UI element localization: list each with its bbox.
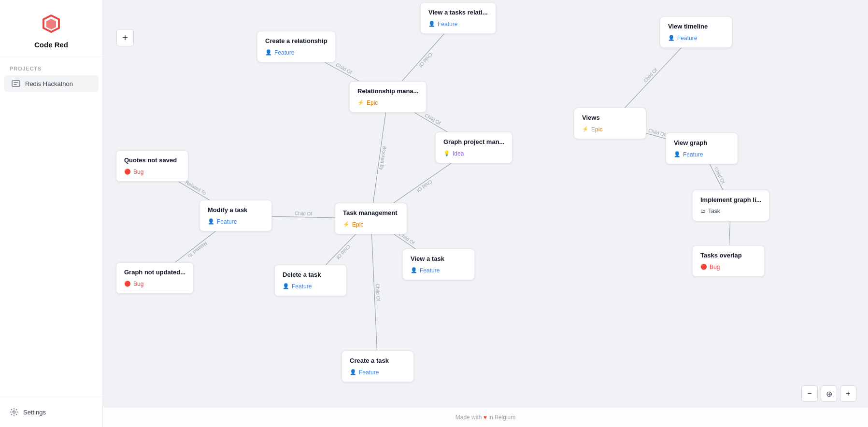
zoom-in-button[interactable]: + <box>840 385 856 402</box>
node-relationship-mana[interactable]: Relationship mana... ⚡ Epic <box>349 81 427 113</box>
edge-label-views-view-timeline: Child Of <box>642 67 658 84</box>
node-badge-tasks-overlap: 🔴 Bug <box>700 264 720 270</box>
node-quotes-not-saved[interactable]: Quotes not saved 🔴 Bug <box>116 150 188 182</box>
node-title-implement-graph: Implement graph li... <box>700 196 761 203</box>
node-badge-graph-project-man: 💡 Idea <box>443 150 464 157</box>
node-title-view-tasks-rel: View a tasks relati... <box>428 9 488 16</box>
node-badge-delete-task: 👤 Feature <box>283 283 312 290</box>
projects-section: PROJECTS Redis Hackathon <box>0 57 102 93</box>
edge-label-relationship-mana-task-management: Blocked By <box>379 146 387 171</box>
node-delete-task[interactable]: Delete a task 👤 Feature <box>274 265 347 296</box>
globe-icon: ⊕ <box>826 389 832 399</box>
svg-rect-4 <box>12 81 20 86</box>
edge-label-view-graph-implement-graph: Child Of <box>713 167 726 185</box>
node-view-tasks-rel[interactable]: View a tasks relati... 👤 Feature <box>420 2 496 34</box>
node-badge-view-task: 👤 Feature <box>411 267 440 274</box>
edge-label-quotes-not-saved-modify-task: Related To <box>185 180 207 196</box>
node-badge-modify-task: 👤 Feature <box>208 218 237 225</box>
edge-label-create-relationship-relationship-mana: Child Of <box>335 62 353 75</box>
node-views[interactable]: Views ⚡ Epic <box>574 108 646 139</box>
edge-label-graph-project-man-task-management: Child Of <box>416 179 433 193</box>
node-create-relationship[interactable]: Create a relationship 👤 Feature <box>257 31 336 62</box>
zoom-controls: − ⊕ + <box>801 385 856 402</box>
edge-label-modify-task-task-management: Child Of <box>295 211 313 216</box>
node-title-tasks-overlap: Tasks overlap <box>700 252 756 259</box>
main-canvas: + Child OfChild OfBlocked ByChild OfChil… <box>103 0 868 427</box>
node-graph-not-updated[interactable]: Graph not updated... 🔴 Bug <box>116 262 194 294</box>
node-badge-view-timeline: 👤 Feature <box>668 35 697 42</box>
add-button[interactable]: + <box>116 29 134 46</box>
zoom-globe-button[interactable]: ⊕ <box>821 385 837 402</box>
sidebar-item-redis[interactable]: Redis Hackathon <box>4 75 99 92</box>
node-title-task-management: Task management <box>343 209 399 216</box>
node-badge-task-management: ⚡ Epic <box>343 221 363 228</box>
node-title-view-timeline: View timeline <box>668 23 724 30</box>
node-badge-implement-graph: 🗂 Task <box>700 208 720 214</box>
app-logo <box>39 12 64 37</box>
sidebar-bottom: Settings <box>0 397 102 427</box>
footer-text: Made with <box>455 414 482 421</box>
node-create-task[interactable]: Create a task 👤 Feature <box>342 351 414 382</box>
node-badge-quotes-not-saved: 🔴 Bug <box>124 169 143 175</box>
node-title-view-task: View a task <box>411 255 467 262</box>
node-implement-graph[interactable]: Implement graph li... 🗂 Task <box>692 190 769 221</box>
edge-label-views-view-graph: Child Of <box>648 128 666 137</box>
footer-bar: Made with ♥ in Belgium <box>103 408 868 427</box>
edge-label-task-management-create-task: Child Of <box>375 284 381 301</box>
node-title-create-task: Create a task <box>350 357 406 364</box>
node-title-view-graph: View graph <box>674 139 730 146</box>
edge-task-management-create-task <box>371 219 378 363</box>
settings-item[interactable]: Settings <box>8 405 95 419</box>
node-title-create-relationship: Create a relationship <box>265 37 327 44</box>
settings-icon <box>10 408 18 416</box>
node-title-graph-project-man: Graph project man... <box>443 138 504 145</box>
footer-text2: in Belgium <box>488 414 515 421</box>
node-title-quotes-not-saved: Quotes not saved <box>124 157 180 164</box>
node-view-graph[interactable]: View graph 👤 Feature <box>666 133 738 164</box>
node-title-relationship-mana: Relationship mana... <box>357 87 418 95</box>
node-title-graph-not-updated: Graph not updated... <box>124 269 185 276</box>
edge-label-relationship-mana-graph-project-man: Child Of <box>424 113 441 126</box>
node-badge-view-tasks-rel: 👤 Feature <box>428 21 457 28</box>
edge-label-task-management-delete-task: Child Of <box>335 244 351 260</box>
sidebar-project-label: Redis Hackathon <box>25 80 73 87</box>
edge-relationship-mana-task-management <box>371 97 388 215</box>
node-title-views: Views <box>582 114 638 121</box>
node-badge-relationship-mana: ⚡ Epic <box>357 100 378 106</box>
node-task-management[interactable]: Task management ⚡ Epic <box>335 203 407 234</box>
node-view-timeline[interactable]: View timeline 👤 Feature <box>660 16 732 48</box>
footer-heart: ♥ <box>484 414 487 421</box>
node-title-modify-task: Modify a task <box>208 206 264 214</box>
node-badge-views: ⚡ Epic <box>582 126 602 133</box>
node-view-task[interactable]: View a task 👤 Feature <box>402 249 475 280</box>
projects-label: PROJECTS <box>0 57 102 74</box>
svg-point-5 <box>13 411 15 413</box>
edge-label-view-tasks-rel-relationship-mana: Child Of <box>418 52 433 68</box>
logo-area: Code Red <box>0 0 102 57</box>
node-badge-create-task: 👤 Feature <box>350 369 379 376</box>
app-name: Code Red <box>34 41 68 49</box>
node-badge-create-relationship: 👤 Feature <box>265 49 294 56</box>
node-graph-project-man[interactable]: Graph project man... 💡 Idea <box>435 132 512 163</box>
node-title-delete-task: Delete a task <box>283 271 339 278</box>
node-modify-task[interactable]: Modify a task 👤 Feature <box>199 200 272 231</box>
edge-label-modify-task-graph-not-updated: Related To <box>186 241 208 259</box>
node-badge-graph-not-updated: 🔴 Bug <box>124 281 143 287</box>
project-icon <box>12 79 20 88</box>
node-tasks-overlap[interactable]: Tasks overlap 🔴 Bug <box>692 245 765 277</box>
settings-label: Settings <box>23 409 46 416</box>
node-badge-view-graph: 👤 Feature <box>674 151 703 158</box>
zoom-out-button[interactable]: − <box>801 385 818 402</box>
sidebar: Code Red PROJECTS Redis Hackathon Settin… <box>0 0 103 427</box>
